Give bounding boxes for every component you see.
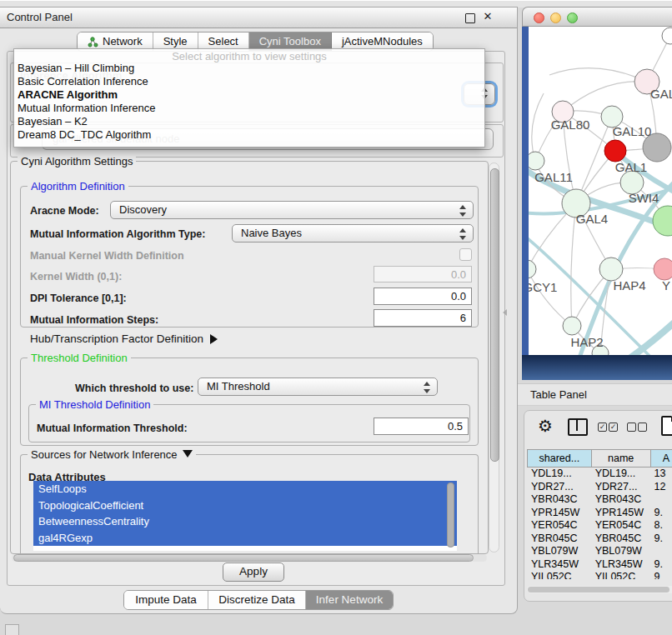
column-header[interactable]: shared... [527, 449, 591, 468]
bottom-tabbar: Impute Data Discretize Data Infer Networ… [123, 590, 394, 610]
scrollbar-thumb[interactable] [528, 587, 669, 592]
table-row[interactable]: YIL052CYIL052C9 [527, 571, 672, 579]
window-title: Control Panel [7, 11, 73, 23]
table-row[interactable]: YLR345WYLR345W9. [527, 558, 672, 572]
dropdown-item[interactable]: Mutual Information Inference [14, 102, 484, 115]
columns-icon[interactable] [568, 418, 588, 436]
close-icon[interactable]: ✕ [483, 12, 493, 22]
node-label: HAP2 [570, 335, 603, 349]
tab-discretize-data[interactable]: Discretize Data [208, 591, 306, 609]
dropdown-item[interactable]: Bayesian – Hill Climbing [14, 62, 484, 75]
list-scrollbar[interactable] [447, 482, 454, 548]
spinner-icon [459, 228, 466, 240]
node-gcy1[interactable] [529, 260, 536, 278]
network-view-window: GAL80 GAL10 GAL1 GAL11 SWI4 GAL4 GCY1 HA… [522, 7, 672, 380]
aracne-mode-combobox[interactable]: Discovery [110, 201, 474, 219]
mi-threshold-label: Mutual Information Threshold: [37, 422, 188, 434]
mi-type-label: Mutual Information Algorithm Type: [30, 228, 205, 240]
node-pink[interactable] [654, 258, 672, 280]
dropdown-item[interactable]: Dream8 DC_TDC Algorithm [14, 128, 484, 142]
threshold-definition-title: Threshold Definition [28, 352, 131, 364]
aracne-mode-label: Aracne Mode: [30, 205, 99, 217]
node-hap2[interactable] [563, 317, 581, 335]
column-header[interactable]: name [591, 449, 650, 468]
node-partial[interactable] [662, 28, 672, 44]
control-panel-window: Control Panel ✕ Network Style Select Cyn… [0, 7, 518, 614]
table-row[interactable]: YBR045CYBR045C9. [527, 532, 672, 546]
node-green[interactable] [653, 206, 672, 236]
spinner-icon [424, 382, 430, 393]
dropdown-item[interactable]: Basic Correlation Inference [14, 75, 484, 88]
dropdown-item[interactable]: Bayesian – K2 [14, 115, 484, 128]
table-row[interactable]: YDR27...YDR27...12 [527, 481, 672, 494]
network-icon [88, 37, 98, 48]
mi-steps-field[interactable] [374, 309, 472, 327]
which-threshold-label: Which threshold to use: [75, 382, 193, 394]
node-hap4[interactable] [599, 258, 623, 281]
dropdown-item-selected[interactable]: ARACNE Algorithm [14, 88, 484, 102]
node-label: Y [662, 278, 670, 292]
float-window-icon[interactable] [465, 13, 475, 23]
mi-type-combobox[interactable]: Naive Bayes [232, 224, 474, 242]
splitter-collapse-handle[interactable] [503, 309, 507, 316]
minimized-panel-icon[interactable] [5, 624, 19, 635]
network-graph: GAL80 GAL10 GAL1 GAL11 SWI4 GAL4 GCY1 HA… [529, 27, 672, 355]
settings-group-title: Cyni Algorithm Settings [18, 155, 136, 168]
list-item[interactable]: TopologicalCoefficient [33, 498, 457, 514]
table-row[interactable]: YPR145WYPR145W9. [527, 507, 672, 520]
zoom-traffic-light[interactable] [567, 12, 578, 23]
table-row[interactable]: YBR043CYBR043C [527, 493, 672, 507]
node-label: GAL [650, 87, 672, 101]
table-header-row: shared... name A [527, 449, 672, 468]
tab-impute-data[interactable]: Impute Data [124, 591, 208, 609]
table-panel: ⚙ ✓ ✓ shared... name A YDL19...YDL19...1… [524, 410, 672, 602]
list-item[interactable]: SelfLoops [33, 481, 457, 498]
which-threshold-combobox[interactable]: MI Threshold [198, 378, 438, 396]
checked-checkbox-icon[interactable]: ✓ [598, 422, 607, 432]
settings-horizontal-scrollbar[interactable] [12, 554, 487, 562]
list-item[interactable]: BetweennessCentrality [33, 513, 457, 530]
data-attributes-list: SelfLoops TopologicalCoefficient Between… [33, 481, 457, 551]
dpi-tolerance-field[interactable] [374, 288, 472, 305]
node-label: GAL10 [613, 124, 652, 138]
node-gal11[interactable] [529, 152, 544, 170]
tab-infer-network[interactable]: Infer Network [306, 591, 393, 609]
apply-button[interactable]: Apply [223, 562, 284, 582]
settings-vertical-scrollbar[interactable] [489, 162, 499, 552]
table-row[interactable]: YDL19...YDL19...13 [527, 468, 672, 481]
node-label: GAL1 [615, 160, 647, 174]
scrollbar-thumb[interactable] [490, 168, 499, 462]
minimize-traffic-light[interactable] [550, 12, 561, 23]
dpi-tolerance-label: DPI Tolerance [0,1]: [30, 292, 127, 304]
mi-threshold-field[interactable] [374, 418, 469, 435]
node-gal1[interactable] [604, 140, 626, 162]
algorithm-dropdown-list: Select algorithm to view settings Bayesi… [13, 48, 485, 148]
unchecked-checkbox-icon[interactable] [638, 422, 647, 432]
column-header[interactable]: A [650, 449, 672, 468]
table-horizontal-scrollbar[interactable] [527, 586, 672, 593]
sources-group-title[interactable]: Sources for Network Inference [28, 448, 196, 461]
scrollbar-thumb[interactable] [13, 554, 474, 562]
mi-steps-label: Mutual Information Steps: [30, 314, 158, 326]
mi-threshold-definition-title: MI Threshold Definition [36, 398, 153, 411]
document-icon[interactable] [661, 416, 672, 436]
network-window-titlebar[interactable] [522, 7, 672, 27]
table-row[interactable]: YER054CYER054C8. [527, 519, 672, 532]
manual-kernel-checkbox[interactable] [459, 248, 472, 261]
node-label: HAP4 [613, 278, 645, 292]
close-traffic-light[interactable] [534, 12, 544, 23]
network-window-frame: GAL80 GAL10 GAL1 GAL11 SWI4 GAL4 GCY1 HA… [522, 27, 672, 380]
network-window-bottom-frame [522, 355, 672, 380]
list-item[interactable]: gal4RGexp [33, 530, 457, 547]
manual-kernel-label: Manual Kernel Width Definition [30, 250, 184, 262]
table-row[interactable]: YBL079WYBL079W [527, 545, 672, 558]
hub-section-toggle[interactable]: Hub/Transcription Factor Definition [30, 332, 218, 345]
algorithm-definition-title: Algorithm Definition [28, 180, 128, 192]
node-label: GCY1 [529, 280, 557, 294]
kernel-width-field[interactable] [374, 266, 472, 282]
unchecked-checkbox-icon[interactable] [627, 422, 636, 432]
gear-icon[interactable]: ⚙ [538, 416, 553, 436]
network-canvas[interactable]: GAL80 GAL10 GAL1 GAL11 SWI4 GAL4 GCY1 HA… [529, 27, 672, 355]
node-label: GAL4 [576, 212, 608, 226]
checked-checkbox-icon[interactable]: ✓ [609, 422, 618, 432]
